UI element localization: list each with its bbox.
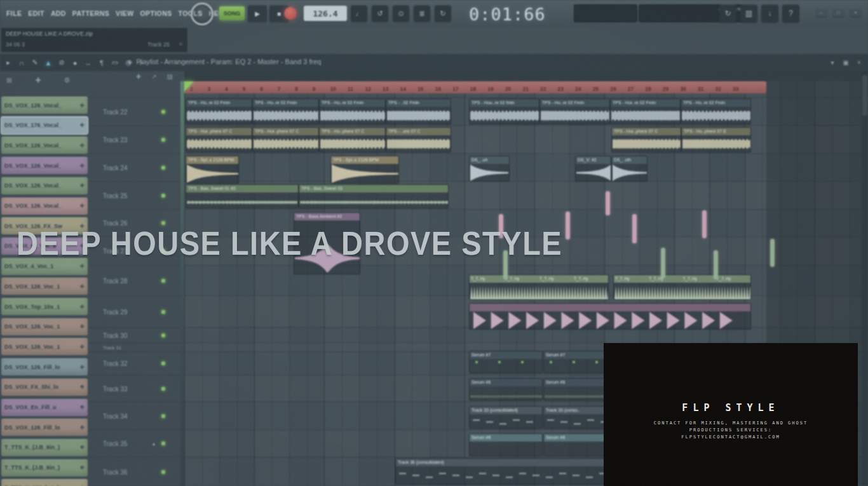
pencil-tool-button[interactable]: ✎ (31, 57, 39, 69)
track-mute-led[interactable] (161, 334, 165, 337)
track-name[interactable]: Track 34 (103, 412, 128, 419)
pattern-note-bar[interactable] (606, 191, 610, 215)
track-header[interactable]: Track 30 (89, 327, 184, 342)
mute-tool-button[interactable]: ● (71, 57, 79, 69)
picker-item[interactable]: DS_VOX_126_Voc_1✚ (1, 318, 88, 335)
track-header[interactable]: Track 24 (89, 153, 184, 181)
track-header[interactable]: Track 22 (89, 97, 184, 125)
close-button[interactable]: × (850, 8, 861, 17)
track-name[interactable]: Track 30 (103, 332, 128, 339)
picker-item[interactable]: T_TTS_K_(J.B_6in_)✚ (1, 459, 88, 476)
sync-button[interactable]: ↻ (719, 4, 736, 22)
picker-item[interactable]: DS_VOX_FX_Shi_lo✚ (1, 379, 88, 396)
select-tool-button[interactable]: ▭ (111, 57, 119, 69)
pattern-note-bar[interactable] (632, 214, 637, 243)
menu-add[interactable]: ADD (51, 10, 66, 17)
oscilloscope-panel[interactable] (574, 4, 637, 22)
track-mute-led[interactable] (161, 194, 165, 198)
track-header[interactable]: Track 35▴ (89, 429, 184, 457)
track-mute-led[interactable] (161, 110, 165, 114)
picker-item[interactable]: DS_VOX_Top_10s_1✚ (1, 298, 88, 315)
tempo-display[interactable]: 126.4 (304, 6, 347, 21)
track-name[interactable]: Track 33 (103, 385, 128, 392)
track-header[interactable]: Track 29 (89, 295, 184, 327)
maximize-button[interactable]: □ (833, 8, 844, 17)
pattern-note-bar[interactable] (702, 210, 707, 238)
pointer-tool-button[interactable]: ▸ (4, 57, 13, 69)
typing-keyboard-button[interactable]: ▥ (740, 4, 757, 22)
picker-item[interactable]: DS_VOX_126_Voc_1✚ (1, 278, 88, 295)
pattern-note-bar[interactable] (714, 250, 718, 280)
picker-item[interactable]: DS_VOX_126_Fill_lo✚ (1, 419, 88, 436)
track-name[interactable]: Track 32 (103, 360, 128, 367)
scrollbar-thumb[interactable] (862, 75, 867, 116)
track-mute-led[interactable] (161, 361, 165, 365)
track-header[interactable]: Track 28 (89, 265, 184, 295)
detach-button[interactable]: ▣ (842, 59, 850, 66)
metronome-button[interactable]: ♩ (351, 5, 367, 22)
blend-recording-button[interactable]: ≣ (414, 5, 430, 22)
delete-tool-button[interactable]: ⊘ (57, 57, 66, 69)
track-mute-led[interactable] (161, 310, 165, 314)
track-name[interactable]: Track 35 (103, 440, 128, 447)
picker-item[interactable]: DS_VOX_126_Vocal_✚ (1, 198, 88, 215)
track-name[interactable]: Track 22 (103, 108, 128, 115)
track-name[interactable]: Track 23 (103, 136, 128, 143)
track-name[interactable]: Track 28 (103, 277, 128, 284)
record-button[interactable] (284, 7, 297, 20)
help-button[interactable]: ? (782, 4, 799, 22)
picker-item[interactable]: DS_VOX_En_Fill_u✚ (1, 399, 88, 416)
track-mute-led[interactable] (161, 387, 165, 391)
pattern-note-bar[interactable] (770, 239, 775, 267)
picker-item[interactable]: DS_VOX_126_Vocal_✚ (1, 157, 88, 174)
track-header[interactable]: Track 34 (89, 402, 184, 429)
track-header[interactable]: Track 31 (89, 342, 184, 351)
menu-view[interactable]: VIEW (116, 10, 133, 17)
wait-for-input-button[interactable]: ↺ (372, 5, 388, 22)
menu-file[interactable]: FILE (6, 10, 22, 17)
picker-item[interactable]: DS_VOX_126_Vocal_✚ (1, 137, 88, 154)
picker-item[interactable]: DS_VOX_126_Voc_1✚ (1, 338, 88, 355)
track-mute-led[interactable] (161, 138, 165, 142)
vertical-scrollbar[interactable] (862, 71, 868, 486)
loop-record-button[interactable]: ↻ (435, 5, 451, 22)
picker-item[interactable]: DS_VOX_126_Vocal_✚ (1, 97, 88, 114)
track-header[interactable]: Track 32 (89, 351, 184, 375)
close-playlist-button[interactable]: × (855, 59, 863, 66)
menu-edit[interactable]: EDIT (28, 10, 44, 17)
picker-item[interactable]: DS_VOX_176_Vocal_✚ (1, 117, 88, 134)
picker-item[interactable]: DS_VOX_126_Fill_lo✚ (1, 358, 88, 375)
track-name[interactable]: Track 31 (103, 344, 121, 350)
picker-item[interactable]: T_TTS_K_126_hat_lo✛ (1, 479, 88, 486)
arrange-menu-button[interactable]: ▾ (829, 59, 836, 66)
track-header[interactable]: Track 23 (89, 125, 184, 153)
paint-tool-button[interactable]: ▲ (44, 57, 53, 69)
track-name[interactable]: Track 36 (103, 468, 128, 475)
track-header[interactable]: Track 33 (89, 375, 184, 402)
menu-options[interactable]: OPTIONS (140, 10, 172, 17)
track-name[interactable]: Track 24 (103, 164, 128, 171)
song-mode-led[interactable]: SONG (219, 6, 245, 20)
magnet-tool-button[interactable]: ∩ (17, 57, 26, 69)
pattern-note-bar[interactable] (661, 248, 665, 278)
track-header[interactable]: Track 36 (89, 457, 184, 486)
track-mute-led[interactable] (161, 166, 165, 170)
track-name[interactable]: Track 25 (103, 192, 128, 199)
mic-record-button[interactable]: ↓ (761, 4, 778, 22)
minimize-button[interactable]: – (816, 8, 827, 17)
pattern-note-bar[interactable] (566, 212, 570, 240)
picker-item[interactable]: T_TTS_K_(J.B_6in_)✚ (1, 439, 88, 456)
slice-tool-button[interactable]: ¶ (97, 57, 106, 69)
track-header[interactable]: Track 25 (89, 181, 184, 209)
track-mute-led[interactable] (161, 279, 165, 283)
main-volume-knob[interactable] (191, 3, 214, 25)
slip-tool-button[interactable]: ↔ (84, 57, 93, 69)
track-mute-led[interactable] (161, 414, 165, 418)
track-name[interactable]: Track 29 (103, 308, 128, 315)
menu-patterns[interactable]: PATTERNS (72, 10, 109, 17)
countdown-precount-button[interactable]: ⊙ (393, 5, 409, 22)
track-mute-led[interactable] (161, 470, 165, 474)
picker-item[interactable]: DS_VOX_126_Vocal_✚ (1, 177, 88, 194)
track-mute-led[interactable] (161, 442, 165, 445)
play-button[interactable]: ▶ (248, 5, 267, 22)
